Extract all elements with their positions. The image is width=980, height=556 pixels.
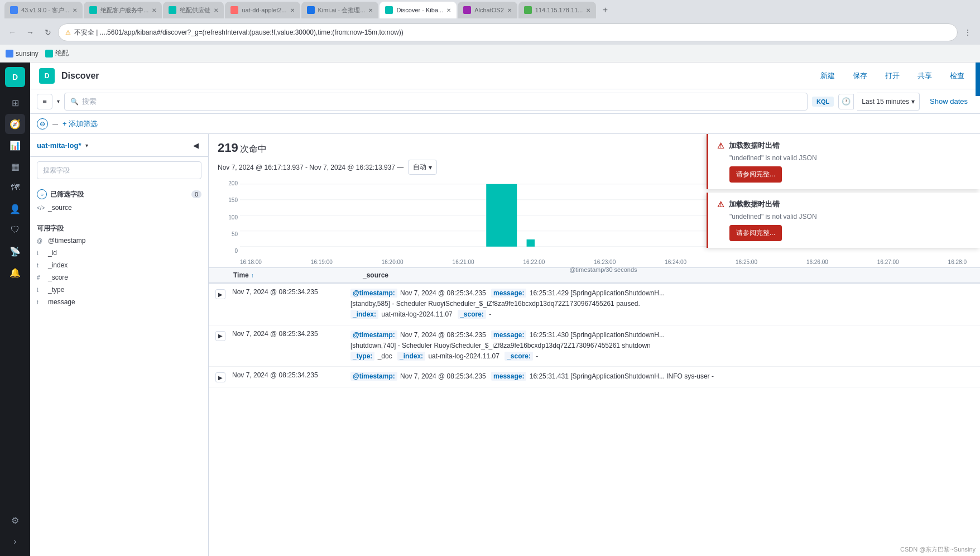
filter-dropdown-button[interactable]: ▾: [57, 98, 60, 104]
selected-fields-label: 已筛选字段: [50, 190, 84, 199]
save-button[interactable]: 保存: [846, 69, 874, 83]
field-search-input[interactable]: [37, 161, 201, 179]
error-panel-1: ⚠ 加载数据时出错 "undefined" is not valid JSON …: [707, 134, 980, 189]
forward-button[interactable]: →: [22, 25, 38, 40]
add-filter-link[interactable]: + 添加筛选: [63, 119, 98, 129]
results-area: 219 次命中 Nov 7, 2024 @ 16:17:13.937 - Nov…: [209, 134, 980, 556]
source-val-timestamp-3: Nov 7, 2024 @ 08:25:34.235: [400, 372, 486, 380]
chart-timestamp-label: @timestamp/30 seconds: [240, 265, 967, 276]
row-expand-button-2[interactable]: ▶: [215, 331, 225, 341]
share-button[interactable]: 共享: [911, 69, 939, 83]
nav-monitoring-icon[interactable]: 📡: [5, 241, 25, 261]
field-item-message[interactable]: t message: [30, 296, 208, 308]
bookmark-jueipei[interactable]: 绝配: [45, 49, 69, 58]
tab-label-4: uat-dd-applet2...: [242, 7, 286, 13]
show-dates-button[interactable]: Show dates: [924, 95, 973, 108]
kibana-logo: D: [5, 67, 25, 87]
tab-close-4[interactable]: ✕: [290, 7, 295, 13]
back-button[interactable]: ←: [4, 25, 20, 40]
nav-shield-icon[interactable]: 🛡: [5, 220, 25, 240]
time-dropdown-button[interactable]: Last 15 minutes ▾: [857, 93, 920, 111]
error-link-button-2[interactable]: 请参阅完整...: [729, 225, 782, 241]
index-name[interactable]: uat-mita-log*: [37, 141, 81, 150]
bookmark-sunsiny[interactable]: sunsiny: [6, 50, 39, 57]
bookmark-icon-sunsiny: [6, 50, 13, 57]
tab-4[interactable]: uat-dd-applet2... ✕: [225, 2, 300, 18]
svg-rect-6: [527, 239, 535, 247]
inspect-button[interactable]: 检查: [943, 69, 971, 83]
time-icon-button[interactable]: 🕐: [838, 94, 854, 109]
interval-chevron-icon: ▾: [429, 164, 432, 171]
selected-fields-count: 0: [191, 190, 201, 198]
x-label-3: 16:20:00: [382, 259, 403, 265]
nav-maps-icon[interactable]: 🗺: [5, 178, 25, 198]
source-val-message-2: 16:25:31.430 [SpringApplicationShutdownH…: [530, 331, 665, 339]
index-chevron-icon[interactable]: ▾: [85, 142, 88, 148]
tab-8[interactable]: 114.115.178.11... ✕: [518, 2, 597, 18]
tab-1[interactable]: 43.v1.9.0 - 客户... ✕: [4, 2, 83, 18]
field-item-source[interactable]: </> _source: [30, 202, 208, 214]
tab-2[interactable]: 绝配客户服务中... ✕: [84, 2, 162, 18]
source-key-message-1: message:: [491, 289, 526, 298]
field-item-timestamp[interactable]: @ @timestamp: [30, 234, 208, 247]
error-title-1: 加载数据时出错: [729, 141, 780, 151]
source-key-message-3: message:: [491, 372, 526, 381]
nav-user-icon[interactable]: 👤: [5, 199, 25, 219]
nav-discover-icon[interactable]: 🧭: [5, 114, 25, 134]
open-button[interactable]: 打开: [878, 69, 906, 83]
search-placeholder: 搜索: [82, 97, 97, 107]
field-type-index-icon: t: [37, 262, 45, 269]
filter-options-button[interactable]: ≡: [37, 94, 52, 109]
tab-close-1[interactable]: ✕: [73, 7, 77, 13]
row-time-2: Nov 7, 2024 @ 08:25:34.235: [232, 330, 344, 338]
tab-7[interactable]: AlchatOS2 ✕: [458, 2, 517, 18]
content-area: uat-mita-log* ▾ ◀ ○ 已筛选字段 0 </>: [30, 134, 980, 556]
tab-5[interactable]: Kimi.ai - 会推理... ✕: [301, 2, 379, 18]
tab-close-3[interactable]: ✕: [214, 7, 218, 13]
tab-label-7: AlchatOS2: [474, 7, 504, 13]
table-row: ▶ Nov 7, 2024 @ 08:25:34.235 @timestamp:…: [209, 284, 980, 325]
tab-close-5[interactable]: ✕: [368, 7, 373, 13]
nav-dashboard-icon[interactable]: ▦: [5, 156, 25, 176]
tab-favicon-1: [10, 6, 18, 14]
reload-button[interactable]: ↻: [40, 25, 56, 40]
row-expand-button-1[interactable]: ▶: [215, 289, 225, 299]
interval-label: 自动: [413, 162, 426, 172]
error-link-button-1[interactable]: 请参阅完整...: [729, 166, 782, 183]
right-edge-bar[interactable]: [976, 63, 980, 96]
tab-close-7[interactable]: ✕: [507, 7, 512, 13]
csdn-watermark: CSDN @东方巴黎~Sunsiny: [900, 545, 976, 554]
tab-3[interactable]: 绝配供应链 ✕: [163, 2, 224, 18]
search-input-wrap[interactable]: 🔍 搜索: [64, 93, 808, 111]
new-tab-button[interactable]: +: [597, 2, 613, 18]
field-item-score[interactable]: # _score: [30, 271, 208, 284]
field-item-index[interactable]: t _index: [30, 259, 208, 271]
field-name-id: _id: [48, 249, 57, 257]
chart-interval-button[interactable]: 自动 ▾: [408, 160, 437, 175]
x-label-2: 16:19:00: [311, 259, 333, 265]
source-key-type-2: _type:: [350, 352, 374, 361]
nav-alerts-icon[interactable]: 🔔: [5, 262, 25, 282]
tab-label-3: 绝配供应链: [180, 6, 210, 15]
nav-home-icon[interactable]: ⊞: [5, 93, 25, 113]
nav-visualize-icon[interactable]: 📊: [5, 135, 25, 155]
selected-fields-toggle[interactable]: ○: [37, 189, 47, 199]
nav-more-icon[interactable]: ›: [5, 531, 25, 552]
collapse-sidebar-button[interactable]: ◀: [190, 140, 201, 151]
new-button[interactable]: 新建: [814, 69, 842, 83]
filter-add-bar: ⊖ — + 添加筛选: [30, 114, 980, 134]
time-filter-wrap: 🕐 Last 15 minutes ▾: [838, 93, 920, 111]
tab-close-2[interactable]: ✕: [152, 7, 156, 13]
address-bar[interactable]: ⚠ 不安全 | ....5601/app/kibana#/discover?_g…: [58, 23, 958, 41]
field-item-id[interactable]: t _id: [30, 247, 208, 259]
nav-gear-icon[interactable]: ⚙: [5, 510, 25, 530]
row-expand-button-3[interactable]: ▶: [215, 372, 225, 382]
filter-circle-button[interactable]: ⊖: [37, 118, 48, 130]
tab-close-6[interactable]: ✕: [446, 7, 451, 13]
field-item-type[interactable]: t _type: [30, 284, 208, 296]
tab-close-8[interactable]: ✕: [586, 7, 590, 13]
source-key-timestamp-2: @timestamp:: [350, 330, 397, 339]
tab-6[interactable]: Discover - Kiba... ✕: [379, 2, 457, 18]
kql-badge[interactable]: KQL: [812, 97, 834, 107]
extensions-button[interactable]: ⋮: [960, 25, 976, 40]
